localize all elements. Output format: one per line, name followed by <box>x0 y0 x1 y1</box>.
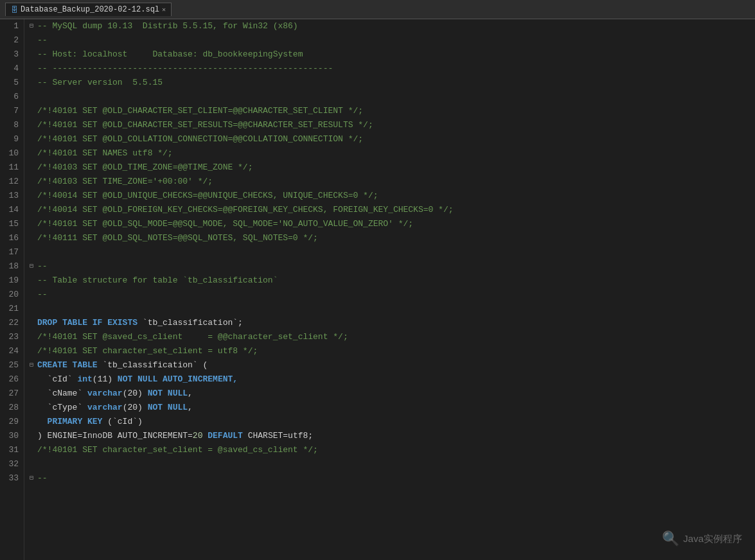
code-text: -- Host: localhost Database: db_bookkeep… <box>37 48 755 62</box>
code-area[interactable]: ⊟-- MySQL dump 10.13 Distrib 5.5.15, for… <box>24 19 755 560</box>
token: /*!40111 SET @OLD_SQL_NOTES=@@SQL_NOTES,… <box>37 233 318 243</box>
token: /*!40101 SET character_set_client = @sav… <box>37 445 318 455</box>
fold-icon <box>30 189 37 203</box>
token: `cId` <box>37 374 77 384</box>
code-line: /*!40014 SET @OLD_FOREIGN_KEY_CHECKS=@@F… <box>30 203 755 217</box>
token: , <box>188 389 193 398</box>
fold-icon <box>30 302 37 316</box>
line-number: 15 <box>5 217 19 231</box>
code-line: /*!40101 SET @saved_cs_client = @@charac… <box>30 330 755 344</box>
token: CREATE TABLE <box>37 360 102 370</box>
token: ; <box>238 318 243 328</box>
tab-close-button[interactable]: ✕ <box>162 6 166 13</box>
line-number: 16 <box>5 231 19 245</box>
fold-icon[interactable]: ⊟ <box>30 19 37 33</box>
code-text: /*!40101 SET @saved_cs_client = @@charac… <box>37 330 755 344</box>
token: (`cId`) <box>107 417 143 426</box>
code-line: `cId` int(11) NOT NULL AUTO_INCREMENT, <box>30 372 755 387</box>
token: -- Server version 5.5.15 <box>37 78 163 87</box>
token: -- <box>37 473 48 483</box>
line-number: 8 <box>5 118 19 132</box>
token: -- MySQL dump 10.13 Distrib 5.5.15, for … <box>37 21 298 31</box>
code-text <box>37 245 755 259</box>
file-icon: 🗄 <box>11 6 18 14</box>
code-line: /*!40101 SET NAMES utf8 */; <box>30 146 755 161</box>
code-line: PRIMARY KEY (`cId`) <box>30 415 755 429</box>
fold-icon[interactable]: ⊟ <box>30 259 37 274</box>
fold-icon <box>30 76 37 90</box>
code-line <box>30 90 755 104</box>
title-bar: 🗄 Database_Backup_2020-02-12.sql ✕ <box>0 0 755 19</box>
fold-icon <box>30 457 37 471</box>
code-line: /*!40103 SET @OLD_TIME_ZONE=@@TIME_ZONE … <box>30 161 755 175</box>
line-number: 7 <box>5 104 19 118</box>
token: /*!40101 SET @OLD_CHARACTER_SET_CLIENT=@… <box>37 106 363 116</box>
line-number: 5 <box>5 76 19 90</box>
line-number: 18 <box>5 259 19 274</box>
fold-icon <box>30 330 37 344</box>
fold-icon[interactable]: ⊟ <box>30 358 37 372</box>
token: NOT NULL <box>148 389 188 398</box>
code-line: `cName` varchar(20) NOT NULL, <box>30 387 755 401</box>
code-text: /*!40101 SET @OLD_COLLATION_CONNECTION=@… <box>37 132 755 146</box>
code-line <box>30 245 755 259</box>
token: (20) <box>123 389 148 398</box>
fold-icon <box>30 231 37 245</box>
token: `cName` <box>37 389 87 398</box>
fold-icon <box>30 175 37 189</box>
token: /*!40014 SET @OLD_FOREIGN_KEY_CHECKS=@@F… <box>37 205 454 214</box>
line-number: 30 <box>5 429 19 443</box>
fold-icon <box>30 401 37 415</box>
line-number: 2 <box>5 33 19 48</box>
token: /*!40101 SET @OLD_SQL_MODE=@@SQL_MODE, S… <box>37 219 413 229</box>
code-line <box>30 457 755 471</box>
code-line: DROP TABLE IF EXISTS `tb_classification`… <box>30 316 755 330</box>
line-number: 3 <box>5 48 19 62</box>
line-numbers: 1234567891011121314151617181920212223242… <box>0 19 24 560</box>
token: /*!40101 SET @OLD_CHARACTER_SET_RESULTS=… <box>37 120 373 130</box>
line-number: 21 <box>5 302 19 316</box>
fold-icon <box>30 429 37 443</box>
fold-icon <box>30 104 37 118</box>
fold-icon <box>30 132 37 146</box>
line-number: 33 <box>5 471 19 486</box>
code-text: `cType` varchar(20) NOT NULL, <box>37 401 755 415</box>
fold-icon <box>30 203 37 217</box>
code-text: /*!40014 SET @OLD_UNIQUE_CHECKS=@@UNIQUE… <box>37 189 755 203</box>
code-line: ) ENGINE=InnoDB AUTO_INCREMENT=20 DEFAUL… <box>30 429 755 443</box>
code-text: DROP TABLE IF EXISTS `tb_classification`… <box>37 316 755 330</box>
fold-icon <box>30 443 37 457</box>
line-number: 27 <box>5 387 19 401</box>
code-text: /*!40101 SET @OLD_CHARACTER_SET_CLIENT=@… <box>37 104 755 118</box>
token: /*!40101 SET NAMES utf8 */; <box>37 148 173 158</box>
token: (20) <box>123 403 148 412</box>
line-number: 10 <box>5 146 19 161</box>
fold-icon <box>30 316 37 330</box>
token: CHARSET=utf8; <box>243 431 313 441</box>
token: varchar <box>87 389 123 398</box>
fold-icon <box>30 245 37 259</box>
code-text: -- <box>37 288 755 302</box>
code-text: CREATE TABLE `tb_classification` ( <box>37 358 755 372</box>
token: -- -------------------------------------… <box>37 64 333 73</box>
fold-icon <box>30 344 37 358</box>
code-text: /*!40101 SET @OLD_CHARACTER_SET_RESULTS=… <box>37 118 755 132</box>
line-number: 17 <box>5 245 19 259</box>
line-number: 4 <box>5 62 19 76</box>
file-tab[interactable]: 🗄 Database_Backup_2020-02-12.sql ✕ <box>5 3 172 16</box>
fold-icon <box>30 146 37 161</box>
line-number: 22 <box>5 316 19 330</box>
code-line: /*!40014 SET @OLD_UNIQUE_CHECKS=@@UNIQUE… <box>30 189 755 203</box>
fold-icon[interactable]: ⊟ <box>30 471 37 486</box>
token: `tb_classification` <box>143 318 238 328</box>
token: /*!40103 SET TIME_ZONE='+00:00' */; <box>37 177 213 186</box>
token: , <box>188 403 193 412</box>
code-line: -- Host: localhost Database: db_bookkeep… <box>30 48 755 62</box>
fold-icon <box>30 274 37 288</box>
token: `tb_classification` <box>102 360 197 370</box>
code-text: -- MySQL dump 10.13 Distrib 5.5.15, for … <box>37 19 755 33</box>
tab-label: Database_Backup_2020-02-12.sql <box>21 5 159 14</box>
code-text: /*!40103 SET @OLD_TIME_ZONE=@@TIME_ZONE … <box>37 161 755 175</box>
token: `cType` <box>37 403 87 412</box>
code-line: ⊟CREATE TABLE `tb_classification` ( <box>30 358 755 372</box>
